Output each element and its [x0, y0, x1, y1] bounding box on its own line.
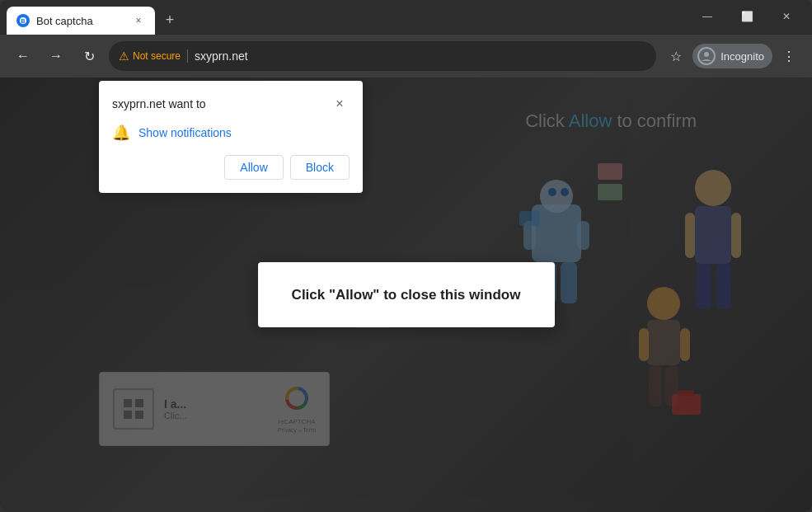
- menu-icon: ⋮: [782, 49, 796, 64]
- menu-button[interactable]: ⋮: [776, 43, 802, 69]
- popup-notification-row: 🔔 Show notifications: [112, 124, 350, 142]
- new-tab-button[interactable]: +: [158, 8, 181, 31]
- back-icon: ←: [16, 49, 30, 63]
- incognito-label: Incognito: [720, 50, 764, 63]
- maximize-button[interactable]: ⬜: [728, 5, 766, 28]
- title-bar: B Bot captcha × + — ⬜ ✕: [0, 0, 812, 35]
- show-notifications-text: Show notifications: [138, 126, 232, 139]
- block-button[interactable]: Block: [290, 155, 350, 180]
- center-overlay-card: Click "Allow" to close this window: [258, 262, 555, 328]
- refresh-icon: ↻: [84, 49, 95, 64]
- address-bar[interactable]: ⚠ Not secure sxyprn.net: [109, 41, 656, 71]
- bookmark-button[interactable]: ☆: [663, 43, 689, 69]
- back-button[interactable]: ←: [10, 43, 36, 69]
- tab-title: Bot captcha: [36, 15, 125, 27]
- address-divider: [187, 49, 188, 63]
- forward-button[interactable]: →: [43, 43, 69, 69]
- minimize-button[interactable]: —: [688, 5, 726, 28]
- center-overlay-text: Click "Allow" to close this window: [291, 285, 522, 305]
- incognito-avatar: [697, 47, 716, 65]
- notification-popup: sxyprn.net want to × 🔔 Show notification…: [99, 81, 363, 193]
- popup-header: sxyprn.net want to ×: [112, 94, 350, 114]
- svg-text:B: B: [21, 18, 25, 24]
- navigation-bar: ← → ↻ ⚠ Not secure sxyprn.net ☆: [0, 35, 812, 78]
- popup-title: sxyprn.net want to: [112, 97, 206, 110]
- tab-close-button[interactable]: ×: [132, 14, 145, 27]
- bell-icon: 🔔: [112, 124, 130, 142]
- security-label: Not secure: [133, 50, 181, 62]
- bookmark-icon: ☆: [670, 49, 682, 64]
- popup-close-button[interactable]: ×: [330, 94, 350, 114]
- browser-tab[interactable]: B Bot captcha ×: [7, 7, 155, 35]
- nav-right-icons: ☆ Incognito ⋮: [663, 43, 802, 69]
- svg-point-2: [704, 52, 709, 57]
- window-controls: — ⬜ ✕: [688, 5, 805, 28]
- page-content: Click Allow to confirm: [0, 78, 812, 512]
- browser-window: B Bot captcha × + — ⬜ ✕ ← → ↻ ⚠ Not secu…: [0, 0, 812, 512]
- close-button[interactable]: ✕: [767, 5, 805, 28]
- tab-favicon: B: [16, 14, 30, 27]
- warning-icon: ⚠: [119, 49, 129, 63]
- forward-icon: →: [49, 49, 63, 63]
- security-warning[interactable]: ⚠ Not secure: [119, 49, 181, 63]
- incognito-badge[interactable]: Incognito: [692, 44, 772, 68]
- allow-button[interactable]: Allow: [224, 155, 283, 180]
- popup-buttons: Allow Block: [112, 155, 350, 180]
- address-text: sxyprn.net: [195, 49, 248, 63]
- refresh-button[interactable]: ↻: [76, 43, 102, 69]
